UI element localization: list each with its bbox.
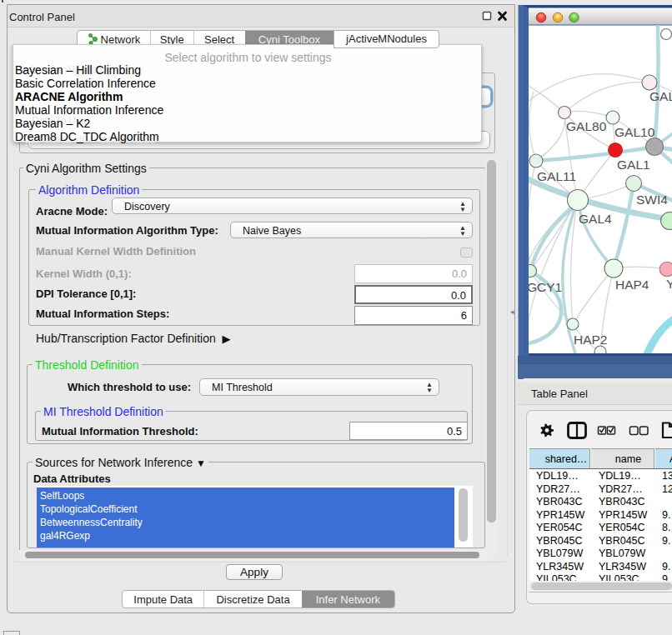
svg-text:HAP4: HAP4: [615, 278, 649, 292]
svg-text:GAL11: GAL11: [537, 169, 576, 183]
svg-text:GAL10: GAL10: [614, 125, 655, 139]
svg-text:HAP2: HAP2: [574, 332, 608, 347]
svg-text:GCY1: GCY1: [527, 280, 562, 294]
svg-text:GAL80: GAL80: [566, 119, 607, 133]
svg-text:GAL7: GAL7: [649, 89, 672, 103]
svg-text:GAL1: GAL1: [617, 158, 650, 172]
svg-text:Y: Y: [666, 277, 672, 291]
svg-text:SWI4: SWI4: [636, 192, 668, 207]
svg-text:GAL4: GAL4: [579, 212, 612, 226]
